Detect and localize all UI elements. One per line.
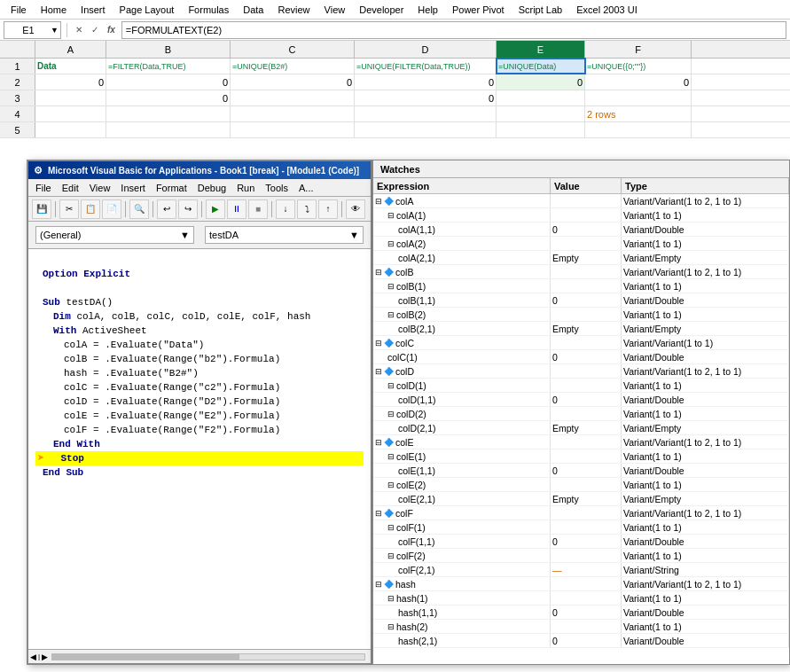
menu-bar: File Home Insert Page Layout Formulas Da…: [0, 0, 790, 20]
col-header-expression: Expression: [373, 178, 551, 191]
row-header-1[interactable]: 1: [0, 59, 35, 74]
cell-e1[interactable]: =UNIQUE(Data): [497, 59, 585, 74]
vba-title-text: Microsoft Visual Basic for Applications …: [48, 166, 359, 176]
cancel-icon[interactable]: ✕: [73, 25, 85, 35]
table-row: 3 0 0: [0, 90, 790, 106]
menu-insert[interactable]: Insert: [74, 3, 113, 17]
vba-menu-debug[interactable]: Debug: [194, 182, 230, 192]
watches-title: Watches: [373, 160, 789, 178]
cell-ref-input[interactable]: [6, 22, 51, 38]
col-header-value: Value: [551, 178, 622, 191]
cell-e2[interactable]: 0: [497, 74, 585, 90]
cell-d4[interactable]: [355, 106, 497, 121]
cell-e4[interactable]: [497, 106, 585, 121]
corner-cell: [0, 41, 35, 58]
cell-e5: [497, 122, 585, 137]
cell-c1[interactable]: =UNIQUE(B2#): [231, 59, 355, 74]
menu-home[interactable]: Home: [34, 3, 74, 17]
cell-e3[interactable]: [497, 90, 585, 105]
table-row: 5: [0, 122, 790, 138]
col-header-type: Type: [622, 178, 789, 191]
cell-c2[interactable]: 0: [231, 74, 355, 90]
row-header-4[interactable]: 4: [0, 106, 35, 121]
confirm-icon[interactable]: ✓: [89, 25, 101, 35]
formula-bar: ▼ ✕ ✓ fx: [0, 20, 790, 41]
cell-a2[interactable]: 0: [35, 74, 106, 90]
cell-f2[interactable]: 0: [585, 74, 692, 90]
cell-f5: [585, 122, 692, 137]
col-header-f[interactable]: F: [585, 41, 692, 58]
menu-power-pivot[interactable]: Power Pivot: [445, 3, 512, 17]
row-header-2[interactable]: 2: [0, 74, 35, 90]
menu-page-layout[interactable]: Page Layout: [113, 3, 182, 17]
menu-excel-2003[interactable]: Excel 2003 UI: [569, 3, 644, 17]
vba-menu-edit[interactable]: Edit: [59, 182, 82, 192]
cell-c5: [231, 122, 355, 137]
cell-f4[interactable]: 2 rows: [585, 106, 692, 121]
vba-title-icon: ⚙: [34, 165, 43, 176]
watches-title-text: Watches: [380, 164, 420, 175]
vba-menu-tools[interactable]: Tools: [262, 182, 292, 192]
cell-f1[interactable]: =UNIQUE({0;""}): [585, 59, 692, 74]
table-row: 4 2 rows: [0, 106, 790, 122]
cell-c3[interactable]: [231, 90, 355, 105]
vba-menu-bar: File Edit View Insert Format Debug Run T…: [28, 179, 371, 191]
table-row: 1 Data =FILTER(Data,TRUE) =UNIQUE(B2#) =…: [0, 59, 790, 74]
vba-editor: ⚙ Microsoft Visual Basic for Application…: [27, 160, 372, 191]
menu-file[interactable]: File: [4, 3, 34, 17]
col-header-e[interactable]: E: [497, 41, 585, 58]
cell-d2[interactable]: 0: [355, 74, 497, 90]
cell-ref-dropdown[interactable]: ▼: [51, 26, 59, 35]
col-header-d[interactable]: D: [355, 41, 497, 58]
cell-b4[interactable]: [106, 106, 231, 121]
vba-menu-file[interactable]: File: [32, 182, 55, 192]
vba-menu-run[interactable]: Run: [233, 182, 258, 192]
cell-a4[interactable]: [35, 106, 106, 121]
row-header-5[interactable]: 5: [0, 122, 35, 137]
watches-panel: Watches Expression Value Type ⊟ 🔷 colA V…: [372, 160, 790, 191]
cell-d3[interactable]: 0: [355, 90, 497, 105]
vba-title-bar: ⚙ Microsoft Visual Basic for Application…: [28, 161, 371, 179]
col-header-c[interactable]: C: [231, 41, 355, 58]
vba-menu-view[interactable]: View: [86, 182, 114, 192]
column-headers: A B C D E F: [0, 41, 790, 59]
vba-menu-insert[interactable]: Insert: [117, 182, 149, 192]
cell-a3[interactable]: [35, 90, 106, 105]
col-header-b[interactable]: B: [106, 41, 231, 58]
menu-data[interactable]: Data: [236, 3, 270, 17]
cell-b5: [106, 122, 231, 137]
vba-menu-more[interactable]: A...: [295, 182, 317, 192]
menu-script-lab[interactable]: Script Lab: [512, 3, 570, 17]
menu-help[interactable]: Help: [411, 3, 445, 17]
cell-a1[interactable]: Data: [35, 59, 106, 74]
menu-view[interactable]: View: [317, 3, 353, 17]
menu-formulas[interactable]: Formulas: [181, 3, 236, 17]
menu-developer[interactable]: Developer: [352, 3, 411, 17]
cell-f3[interactable]: [585, 90, 692, 105]
cell-b2[interactable]: 0: [106, 74, 231, 90]
menu-review[interactable]: Review: [270, 3, 317, 17]
table-row: 2 0 0 0 0 0 0: [0, 74, 790, 90]
row-header-3[interactable]: 3: [0, 90, 35, 105]
cell-c4[interactable]: [231, 106, 355, 121]
cell-d5: [355, 122, 497, 137]
formula-input[interactable]: [121, 21, 786, 39]
fx-icon[interactable]: fx: [105, 25, 118, 35]
vba-menu-format[interactable]: Format: [153, 182, 191, 192]
cell-b1[interactable]: =FILTER(Data,TRUE): [106, 59, 231, 74]
cell-a5: [35, 122, 106, 137]
col-header-a[interactable]: A: [35, 41, 106, 58]
watches-header: Expression Value Type: [373, 178, 789, 191]
cell-d1[interactable]: =UNIQUE(FILTER(Data,TRUE)): [355, 59, 497, 74]
cell-b3[interactable]: 0: [106, 90, 231, 105]
